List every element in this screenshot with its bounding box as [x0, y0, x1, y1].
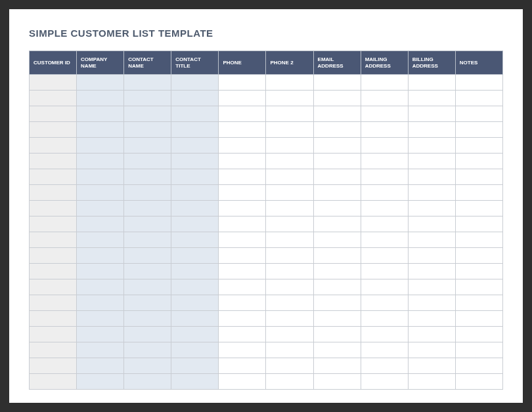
table-cell[interactable]: [361, 374, 408, 390]
table-cell[interactable]: [171, 358, 219, 374]
table-cell[interactable]: [266, 311, 313, 327]
table-cell[interactable]: [171, 216, 219, 232]
table-cell[interactable]: [455, 232, 502, 248]
table-cell[interactable]: [313, 122, 361, 138]
table-cell[interactable]: [361, 279, 408, 295]
table-cell[interactable]: [30, 138, 77, 154]
table-cell[interactable]: [313, 279, 361, 295]
table-cell[interactable]: [30, 201, 77, 216]
table-cell[interactable]: [171, 185, 219, 201]
table-cell[interactable]: [219, 374, 266, 390]
table-cell[interactable]: [266, 232, 313, 248]
table-cell[interactable]: [77, 248, 124, 264]
table-cell[interactable]: [361, 91, 408, 106]
table-cell[interactable]: [455, 311, 502, 327]
table-cell[interactable]: [408, 75, 455, 91]
table-cell[interactable]: [171, 201, 219, 216]
table-cell[interactable]: [171, 169, 219, 185]
table-cell[interactable]: [219, 232, 266, 248]
table-cell[interactable]: [219, 91, 266, 106]
table-cell[interactable]: [30, 122, 77, 138]
table-cell[interactable]: [219, 327, 266, 342]
table-cell[interactable]: [171, 342, 219, 358]
table-cell[interactable]: [30, 279, 77, 295]
table-cell[interactable]: [77, 75, 124, 91]
table-cell[interactable]: [30, 169, 77, 185]
table-cell[interactable]: [124, 374, 171, 390]
table-cell[interactable]: [171, 248, 219, 264]
table-cell[interactable]: [266, 342, 313, 358]
table-cell[interactable]: [30, 358, 77, 374]
table-cell[interactable]: [313, 201, 361, 216]
table-cell[interactable]: [408, 295, 455, 311]
table-cell[interactable]: [361, 122, 408, 138]
table-cell[interactable]: [219, 122, 266, 138]
table-cell[interactable]: [361, 232, 408, 248]
table-cell[interactable]: [124, 122, 171, 138]
table-cell[interactable]: [124, 185, 171, 201]
table-cell[interactable]: [266, 154, 313, 169]
table-cell[interactable]: [313, 169, 361, 185]
table-cell[interactable]: [124, 75, 171, 91]
table-cell[interactable]: [171, 311, 219, 327]
table-cell[interactable]: [313, 295, 361, 311]
table-cell[interactable]: [266, 216, 313, 232]
table-cell[interactable]: [219, 216, 266, 232]
table-cell[interactable]: [124, 311, 171, 327]
table-cell[interactable]: [408, 106, 455, 122]
table-cell[interactable]: [30, 232, 77, 248]
table-cell[interactable]: [361, 327, 408, 342]
table-cell[interactable]: [219, 264, 266, 279]
table-cell[interactable]: [455, 279, 502, 295]
table-cell[interactable]: [361, 75, 408, 91]
table-cell[interactable]: [219, 154, 266, 169]
table-cell[interactable]: [455, 75, 502, 91]
table-cell[interactable]: [77, 138, 124, 154]
table-cell[interactable]: [77, 201, 124, 216]
table-cell[interactable]: [455, 185, 502, 201]
table-cell[interactable]: [124, 201, 171, 216]
table-cell[interactable]: [408, 264, 455, 279]
table-cell[interactable]: [30, 264, 77, 279]
table-cell[interactable]: [171, 138, 219, 154]
table-cell[interactable]: [77, 185, 124, 201]
table-cell[interactable]: [219, 185, 266, 201]
table-cell[interactable]: [30, 311, 77, 327]
table-cell[interactable]: [361, 106, 408, 122]
table-cell[interactable]: [77, 154, 124, 169]
table-cell[interactable]: [408, 311, 455, 327]
table-cell[interactable]: [408, 169, 455, 185]
table-cell[interactable]: [171, 374, 219, 390]
table-cell[interactable]: [266, 279, 313, 295]
table-cell[interactable]: [266, 122, 313, 138]
table-cell[interactable]: [124, 295, 171, 311]
table-cell[interactable]: [408, 327, 455, 342]
table-cell[interactable]: [455, 248, 502, 264]
table-cell[interactable]: [266, 106, 313, 122]
table-cell[interactable]: [408, 122, 455, 138]
table-cell[interactable]: [219, 106, 266, 122]
table-cell[interactable]: [361, 248, 408, 264]
table-cell[interactable]: [361, 201, 408, 216]
table-cell[interactable]: [77, 106, 124, 122]
table-cell[interactable]: [219, 75, 266, 91]
table-cell[interactable]: [77, 311, 124, 327]
table-cell[interactable]: [77, 264, 124, 279]
table-cell[interactable]: [30, 327, 77, 342]
table-cell[interactable]: [124, 91, 171, 106]
table-cell[interactable]: [361, 216, 408, 232]
table-cell[interactable]: [30, 374, 77, 390]
table-cell[interactable]: [219, 248, 266, 264]
table-cell[interactable]: [266, 295, 313, 311]
table-cell[interactable]: [30, 91, 77, 106]
table-cell[interactable]: [408, 358, 455, 374]
table-cell[interactable]: [408, 201, 455, 216]
table-cell[interactable]: [30, 154, 77, 169]
table-cell[interactable]: [124, 154, 171, 169]
table-cell[interactable]: [408, 91, 455, 106]
table-cell[interactable]: [313, 327, 361, 342]
table-cell[interactable]: [313, 138, 361, 154]
table-cell[interactable]: [455, 106, 502, 122]
table-cell[interactable]: [77, 232, 124, 248]
table-cell[interactable]: [219, 169, 266, 185]
